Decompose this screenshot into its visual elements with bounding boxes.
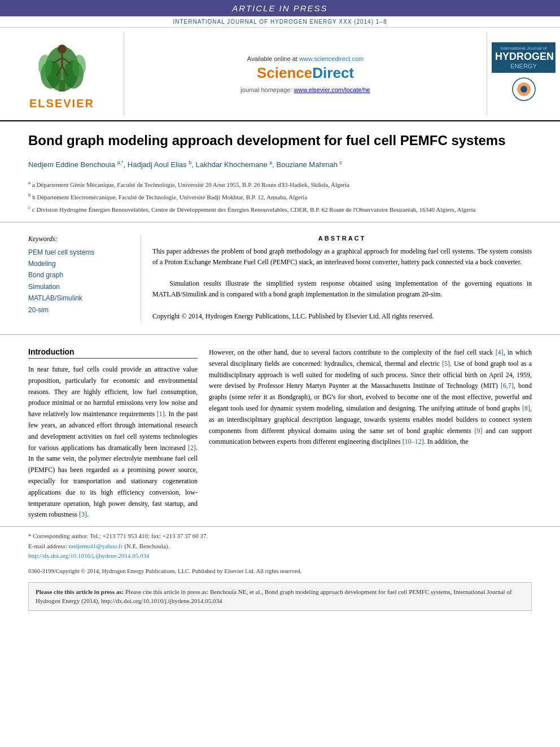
introduction-left-text: In near future, fuel cells could provide…: [28, 364, 198, 521]
affiliations: a a Département Génie Mécanique, Faculté…: [28, 178, 532, 215]
elsevier-wordmark: ELSEVIER: [29, 97, 94, 110]
keywords-list: PEM fuel cell systems Modeling Bond grap…: [28, 247, 132, 316]
journal-homepage-url[interactable]: www.elsevier.com/locate/he: [294, 86, 370, 93]
paper-title: Bond graph modeling approach development…: [28, 132, 532, 149]
paper-section: Bond graph modeling approach development…: [0, 121, 560, 215]
journal-title-bar: INTERNATIONAL JOURNAL OF HYDROGEN ENERGY…: [0, 16, 560, 28]
header-area: ELSEVIER Available online at www.science…: [0, 28, 560, 121]
keyword-item: 20-sim: [28, 304, 132, 316]
svg-point-4: [38, 55, 52, 77]
authors: Nedjem Eddine Benchouia a,*, Hadjadj Aou…: [28, 158, 532, 172]
abstract-column: ABSTRACT This paper addresses the proble…: [152, 235, 532, 322]
hj-energy-label: ENERGY: [495, 63, 552, 69]
introduction-heading: Introduction: [28, 347, 198, 359]
keywords-column: Keywords: PEM fuel cell systems Modeling…: [28, 235, 141, 322]
keyword-item: Modeling: [28, 258, 132, 269]
hj-logo-image: [501, 75, 546, 106]
svg-point-6: [58, 45, 67, 54]
keyword-item: Bond graph: [28, 269, 132, 281]
available-online-text: Available online at www.sciencedirect.co…: [247, 55, 364, 62]
author-email[interactable]: nedjemo41@yahoo.fr: [68, 543, 123, 549]
bottom-copyright: 0360-3199/Copyright © 2014, Hydrogen Ene…: [0, 566, 560, 576]
abstract-text: This paper addresses the problem of bond…: [152, 246, 532, 322]
svg-point-5: [72, 55, 86, 77]
citation-box: Please cite this article in press as: Pl…: [28, 582, 532, 611]
main-content: Introduction In near future, fuel cells …: [0, 342, 560, 526]
abstract-heading: ABSTRACT: [152, 235, 532, 242]
introduction-right-text: However, on the other hand, due to sever…: [209, 347, 532, 448]
journal-homepage: journal homepage: www.elsevier.com/locat…: [240, 86, 370, 93]
elsevier-tree-svg: [28, 38, 96, 94]
hj-hydrogen-label: HYDROGEN: [495, 51, 552, 63]
left-column: Introduction In near future, fuel cells …: [28, 347, 198, 521]
keyword-item: Simulation: [28, 281, 132, 292]
elsevier-logo: ELSEVIER: [0, 32, 124, 116]
corresponding-author-note: * Corresponding author. Tel.: +213 771 9…: [28, 531, 532, 541]
footer-notes: * Corresponding author. Tel.: +213 771 9…: [0, 526, 560, 566]
keyword-item: PEM fuel cell systems: [28, 247, 132, 258]
doi-note: http://dx.doi.org/10.1016/j.ijhydene.201…: [28, 551, 532, 561]
abstract-keywords-area: Keywords: PEM fuel cell systems Modeling…: [0, 229, 560, 327]
keyword-item: MATLAB/Simulink: [28, 292, 132, 304]
sciencedirect-logo: ScienceDirect: [257, 64, 354, 82]
article-in-press-banner: ARTICLE IN PRESS: [0, 0, 560, 16]
doi-link[interactable]: http://dx.doi.org/10.1016/j.ijhydene.201…: [28, 552, 150, 559]
keywords-label: Keywords:: [28, 235, 132, 243]
sciencedirect-url[interactable]: www.sciencedirect.com: [299, 55, 364, 62]
hydrogen-journal-logo: International Journal of HYDROGEN ENERGY: [487, 32, 560, 116]
svg-point-14: [520, 86, 527, 93]
email-note: E-mail address: nedjemo41@yahoo.fr (N.E.…: [28, 541, 532, 552]
hj-ij-label: International Journal of: [495, 46, 552, 51]
right-column: However, on the other hand, due to sever…: [209, 347, 532, 521]
journal-info-center: Available online at www.sciencedirect.co…: [124, 32, 487, 116]
